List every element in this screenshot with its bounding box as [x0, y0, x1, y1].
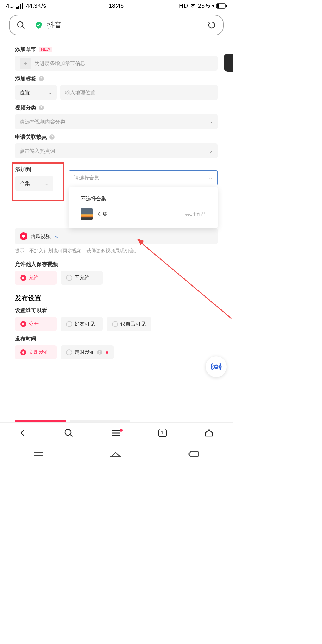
- network-label: 4G: [6, 2, 14, 9]
- svg-line-11: [70, 435, 72, 437]
- search-text: 抖音: [47, 20, 203, 30]
- chevron-down-icon: ⌄: [208, 175, 213, 181]
- broadcast-icon: [210, 360, 222, 373]
- svg-rect-1: [18, 6, 19, 9]
- tags-label: 添加标签 ?: [15, 75, 218, 82]
- signal-icon: [16, 3, 24, 9]
- recent-apps-button[interactable]: [33, 451, 44, 457]
- hotspot-input[interactable]: 点击输入热点词 ⌄: [15, 143, 218, 158]
- publish-heading: 发布设置: [15, 294, 218, 303]
- svg-rect-0: [16, 7, 18, 9]
- chevron-down-icon: ⌄: [44, 180, 49, 187]
- category-select[interactable]: 请选择视频内容分类 ⌄: [15, 114, 218, 129]
- dot-indicator: [106, 351, 108, 354]
- highlight-annotation: 添加到 合集 ⌄: [12, 162, 64, 201]
- category-label: 视频分类 ?: [15, 104, 218, 111]
- timing-label: 发布时间: [15, 335, 218, 342]
- help-icon[interactable]: ?: [49, 134, 55, 140]
- svg-line-8: [22, 27, 24, 29]
- svg-point-10: [65, 429, 71, 435]
- hotspot-label: 申请关联热点 ?: [15, 133, 218, 140]
- addto-label: 添加到: [15, 166, 61, 173]
- timing-now[interactable]: 立即发布: [15, 345, 57, 359]
- svg-rect-3: [22, 3, 23, 9]
- sync-box[interactable]: 西瓜视频 去: [15, 228, 218, 244]
- refresh-icon[interactable]: [208, 21, 216, 29]
- save-label: 允许他人保存视频: [15, 261, 218, 268]
- visibility-label: 设置谁可以看: [15, 307, 218, 314]
- back-button[interactable]: [19, 428, 26, 437]
- location-input[interactable]: 输入地理位置: [60, 85, 218, 100]
- plus-icon: ＋: [20, 58, 31, 69]
- home-button[interactable]: [110, 450, 122, 458]
- new-badge: NEW: [39, 47, 52, 52]
- vis-public[interactable]: 公开: [15, 317, 57, 331]
- notification-dot: [120, 429, 123, 432]
- timing-scheduled[interactable]: 定时发布 ?: [61, 345, 114, 359]
- speed-label: 44.3K/s: [26, 2, 46, 9]
- vis-private[interactable]: 仅自己可见: [107, 317, 151, 331]
- shield-check-icon: [35, 21, 43, 29]
- collection-select[interactable]: 请选择合集 ⌄: [69, 170, 218, 185]
- radio-icon: [66, 275, 72, 281]
- album-count: 共1个作品: [185, 211, 206, 217]
- chevron-down-icon: ⌄: [48, 89, 52, 96]
- sync-hint: 提示：不加入计划也可同步视频，获得更多视频展现机会。: [15, 248, 218, 254]
- tabs-button[interactable]: 1: [158, 429, 167, 437]
- status-bar: 4G 44.3K/s 18:45 HD 23%: [0, 0, 233, 12]
- search-icon: [17, 21, 25, 29]
- radio-icon: [66, 321, 72, 327]
- addto-dropdown[interactable]: 合集 ⌄: [15, 176, 53, 191]
- svg-rect-2: [20, 4, 21, 9]
- svg-rect-6: [226, 5, 227, 7]
- search-button[interactable]: [64, 428, 73, 437]
- time-label: 18:45: [109, 2, 124, 9]
- lightning-icon: [212, 3, 215, 9]
- chevron-down-icon: ⌄: [209, 148, 213, 154]
- radio-icon: [112, 321, 118, 327]
- option-none[interactable]: 不选择合集: [69, 192, 218, 205]
- chapter-input[interactable]: ＋ 为进度条增加章节信息: [15, 56, 218, 71]
- radio-icon: [20, 321, 26, 327]
- collection-dropdown-menu: 不选择合集 图集 共1个作品: [69, 187, 218, 228]
- search-bar[interactable]: 抖音: [9, 15, 224, 35]
- svg-point-7: [18, 22, 23, 27]
- help-icon[interactable]: ?: [97, 350, 102, 355]
- xigua-icon: [20, 232, 27, 240]
- chapter-label: 添加章节 NEW: [15, 46, 218, 53]
- save-deny[interactable]: 不允许: [61, 271, 103, 285]
- battery-label: 23%: [198, 2, 210, 9]
- battery-icon: [216, 3, 227, 9]
- help-icon[interactable]: ?: [39, 76, 44, 81]
- chevron-down-icon: ⌄: [209, 119, 213, 125]
- radio-icon: [20, 275, 26, 281]
- save-allow[interactable]: 允许: [15, 271, 57, 285]
- svg-rect-5: [217, 4, 219, 8]
- wifi-icon: [190, 3, 196, 9]
- system-nav: [0, 443, 233, 465]
- radio-icon: [20, 349, 26, 355]
- browser-nav: 1: [0, 422, 233, 443]
- divider: [30, 21, 30, 30]
- album-thumbnail: [81, 208, 93, 220]
- vis-friends[interactable]: 好友可见: [61, 317, 103, 331]
- option-album[interactable]: 图集 共1个作品: [69, 205, 218, 223]
- home-button[interactable]: [205, 428, 213, 437]
- radio-icon: [66, 349, 72, 355]
- help-icon[interactable]: ?: [39, 105, 44, 110]
- menu-button[interactable]: [111, 429, 120, 436]
- float-button[interactable]: [206, 356, 227, 377]
- hd-label: HD: [179, 2, 188, 9]
- back-button[interactable]: [188, 451, 199, 458]
- location-dropdown[interactable]: 位置 ⌄: [15, 85, 57, 100]
